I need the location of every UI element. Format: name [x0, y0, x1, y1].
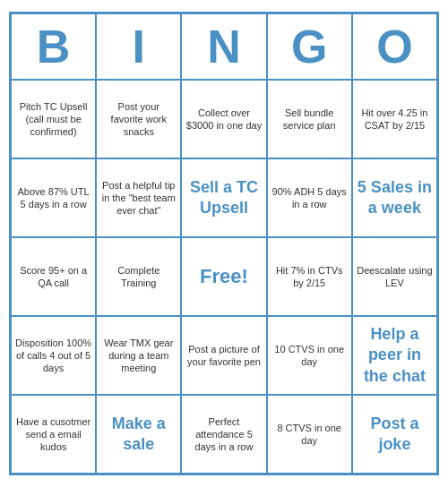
header-g: G [267, 13, 352, 80]
bingo-cell-21[interactable]: Make a sale [96, 395, 181, 474]
header-b: B [11, 13, 96, 80]
bingo-cell-10[interactable]: Score 95+ on a QA call [11, 237, 96, 316]
bingo-cell-13[interactable]: Hit 7% in CTVs by 2/15 [267, 237, 352, 316]
bingo-cell-16[interactable]: Wear TMX gear during a team meeting [96, 316, 181, 395]
bingo-cell-4[interactable]: Hit over 4.25 in CSAT by 2/15 [352, 80, 437, 158]
bingo-cell-0[interactable]: Pitch TC Upsell (call must be confirmed) [11, 80, 96, 158]
header-o: O [352, 13, 437, 80]
bingo-cell-22[interactable]: Perfect attendance 5 days in a row [181, 395, 266, 474]
bingo-cell-6[interactable]: Post a helpful tip in the "best team eve… [96, 158, 181, 237]
bingo-cell-2[interactable]: Collect over $3000 in one day [181, 80, 266, 158]
bingo-cell-18[interactable]: 10 CTVS in one day [267, 316, 352, 395]
bingo-cell-23[interactable]: 8 CTVS in one day [267, 395, 352, 474]
bingo-cell-1[interactable]: Post your favorite work snacks [96, 80, 181, 158]
bingo-cell-14[interactable]: Deescalate using LEV [352, 237, 437, 316]
bingo-cell-20[interactable]: Have a cusotmer send a email kudos [11, 395, 96, 474]
header-i: I [96, 13, 181, 80]
header-n: N [181, 13, 266, 80]
bingo-cell-19[interactable]: Help a peer in the chat [352, 316, 437, 395]
bingo-cell-3[interactable]: Sell bundle service plan [267, 80, 352, 158]
bingo-grid: Pitch TC Upsell (call must be confirmed)… [11, 80, 437, 474]
bingo-cell-11[interactable]: Complete Training [96, 237, 181, 316]
bingo-cell-15[interactable]: Disposition 100% of calls 4 out of 5 day… [11, 316, 96, 395]
bingo-cell-12[interactable]: Free! [181, 237, 266, 316]
bingo-cell-17[interactable]: Post a picture of your favorite pen [181, 316, 266, 395]
bingo-card: B I N G O Pitch TC Upsell (call must be … [9, 12, 439, 475]
bingo-cell-7[interactable]: Sell a TC Upsell [181, 158, 266, 237]
bingo-cell-8[interactable]: 90% ADH 5 days in a row [267, 158, 352, 237]
bingo-cell-5[interactable]: Above 87% UTL 5 days in a row [11, 158, 96, 237]
bingo-header: B I N G O [11, 13, 437, 80]
bingo-cell-24[interactable]: Post a joke [352, 395, 437, 474]
bingo-cell-9[interactable]: 5 Sales in a week [352, 158, 437, 237]
